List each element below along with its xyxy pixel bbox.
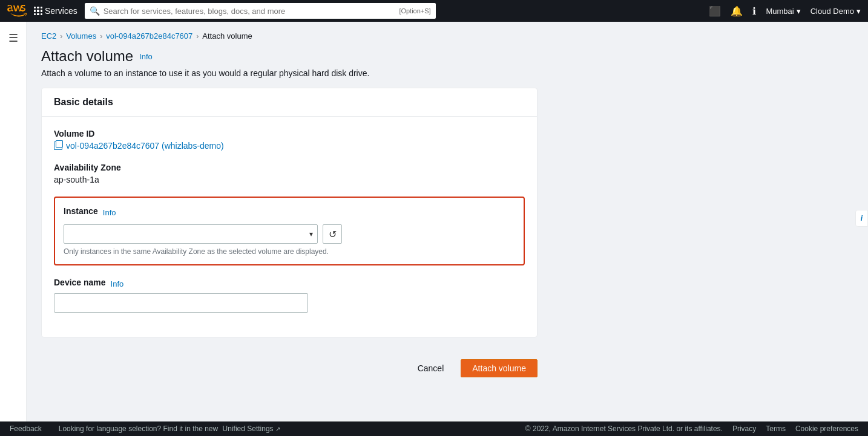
account-chevron-icon: ▾	[856, 7, 861, 16]
basic-details-card: Basic details Volume ID vol-094a267b2e84…	[41, 88, 538, 337]
search-bar[interactable]: 🔍 [Option+S]	[85, 3, 436, 19]
breadcrumb-current: Attach volume	[202, 31, 252, 41]
sidebar: ☰	[0, 22, 27, 421]
cookie-link[interactable]: Cookie preferences	[795, 425, 858, 433]
card-header: Basic details	[42, 88, 537, 117]
breadcrumb-sep-2: ›	[100, 32, 102, 41]
instance-select-wrap: ▾	[64, 224, 318, 244]
top-nav: Services 🔍 [Option+S] ⬛ 🔔 ℹ Mumbai ▾ Clo…	[0, 0, 868, 22]
bottom-bar: Feedback Looking for language selection?…	[0, 421, 868, 436]
refresh-button[interactable]: ↺	[323, 224, 342, 244]
actions-row: Cancel Attach volume	[41, 352, 538, 385]
search-icon: 🔍	[90, 6, 100, 16]
volume-id-field: Volume ID vol-094a267b2e84c7607 (whizlab…	[54, 129, 525, 151]
privacy-link[interactable]: Privacy	[732, 425, 756, 433]
instance-info-link[interactable]: Info	[103, 208, 116, 217]
aws-logo[interactable]	[7, 5, 27, 17]
account-selector[interactable]: Cloud Demo ▾	[810, 7, 861, 16]
services-button[interactable]: Services	[34, 6, 77, 16]
page-header: Attach volume Info Attach a volume to an…	[41, 48, 853, 78]
terms-link[interactable]: Terms	[766, 425, 786, 433]
copyright-text: © 2022, Amazon Internet Services Private…	[525, 425, 723, 433]
instance-controls: ▾ ↺	[64, 224, 515, 244]
external-link-icon: ↗	[275, 426, 280, 432]
device-name-input[interactable]	[54, 293, 308, 313]
cancel-button[interactable]: Cancel	[408, 360, 454, 377]
main-content: EC2 › Volumes › vol-094a267b2e84c7607 › …	[27, 22, 868, 421]
instance-label-row: Instance Info	[64, 206, 515, 218]
search-shortcut: [Option+S]	[399, 7, 430, 15]
bottom-right: © 2022, Amazon Internet Services Private…	[525, 425, 858, 433]
breadcrumb-sep-1: ›	[60, 32, 62, 41]
grid-icon	[34, 7, 42, 15]
page-title-text: Attach volume	[41, 48, 133, 65]
breadcrumb-sep-3: ›	[196, 32, 199, 41]
breadcrumb-volume-id[interactable]: vol-094a267b2e84c7607	[106, 31, 192, 41]
help-icon[interactable]: ℹ	[752, 5, 756, 17]
volume-id-label: Volume ID	[54, 129, 525, 138]
breadcrumb-ec2[interactable]: EC2	[41, 31, 56, 41]
instance-label: Instance	[64, 206, 98, 216]
sidebar-menu-button[interactable]: ☰	[5, 28, 22, 48]
services-label: Services	[45, 6, 77, 16]
breadcrumb-volumes[interactable]: Volumes	[66, 31, 96, 41]
az-value: ap-south-1a	[54, 175, 525, 184]
nav-right: ⬛ 🔔 ℹ Mumbai ▾ Cloud Demo ▾	[709, 5, 861, 17]
device-name-label: Device name	[54, 278, 106, 287]
attach-volume-button[interactable]: Attach volume	[461, 359, 538, 377]
copy-icon	[54, 142, 62, 150]
page-subtitle: Attach a volume to an instance to use it…	[41, 68, 853, 78]
card-body: Volume ID vol-094a267b2e84c7607 (whizlab…	[42, 117, 537, 337]
notifications-icon[interactable]: 🔔	[731, 5, 743, 17]
region-selector[interactable]: Mumbai ▾	[766, 7, 800, 16]
side-info-icon[interactable]: i	[855, 210, 868, 227]
instance-hint: Only instances in the same Availability …	[64, 247, 515, 256]
page-info-link[interactable]: Info	[139, 52, 153, 61]
language-notice: Looking for language selection? Find it …	[59, 425, 521, 433]
device-name-label-row: Device name Info	[54, 278, 525, 290]
instance-section: Instance Info ▾ ↺ Only instances in the …	[54, 197, 525, 265]
az-label: Availability Zone	[54, 163, 525, 172]
az-field: Availability Zone ap-south-1a	[54, 163, 525, 184]
region-chevron-icon: ▾	[797, 7, 801, 16]
breadcrumb: EC2 › Volumes › vol-094a267b2e84c7607 › …	[41, 31, 853, 41]
cloudshell-icon[interactable]: ⬛	[709, 5, 721, 17]
search-input[interactable]	[104, 7, 396, 16]
volume-id-value[interactable]: vol-094a267b2e84c7607 (whizlabs-demo)	[54, 141, 525, 151]
instance-select[interactable]	[64, 224, 318, 244]
feedback-button[interactable]: Feedback	[10, 425, 42, 433]
device-name-field: Device name Info	[54, 278, 525, 313]
device-name-info-link[interactable]: Info	[111, 279, 124, 288]
unified-settings-link[interactable]: Unified Settings	[223, 425, 274, 433]
